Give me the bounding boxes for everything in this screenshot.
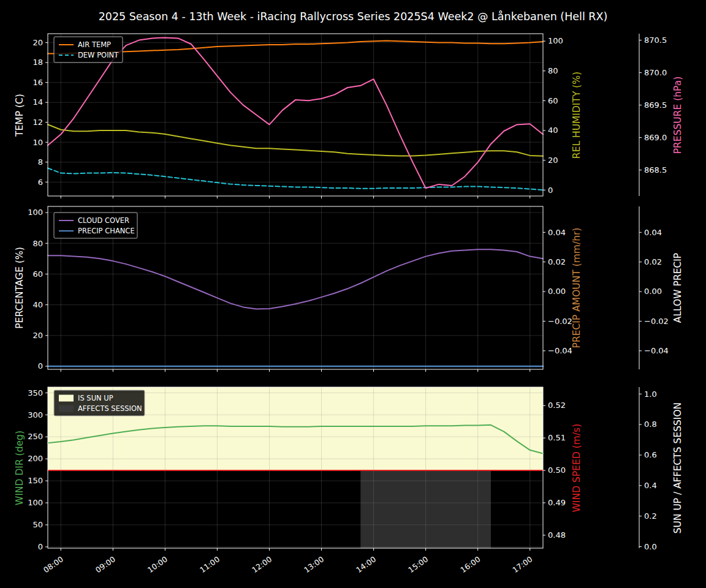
- tick-label: 0.51: [548, 433, 566, 442]
- tick-label: 12: [32, 118, 43, 127]
- legend: AIR TEMPDEW POINT: [54, 37, 123, 62]
- chart-canvas: 68101214161820020406080100868.5869.0869.…: [0, 0, 706, 588]
- x-tick-label: 10:00: [146, 554, 169, 575]
- tick-label: 100: [28, 208, 43, 217]
- tick-label: 0.2: [644, 511, 657, 521]
- x-tick-label: 13:00: [302, 554, 325, 575]
- tick-label: 0.02: [644, 257, 662, 266]
- tick-label: 0.49: [548, 498, 566, 507]
- legend-label-cloud-cover: CLOUD COVER: [78, 216, 129, 225]
- tick-label: 870.5: [644, 36, 667, 45]
- tick-label: 100: [548, 36, 563, 45]
- tick-label: 150: [28, 476, 43, 485]
- legend-label-dew-point: DEW POINT: [78, 51, 119, 59]
- tick-label: 300: [28, 410, 43, 420]
- tick-label: 100: [28, 498, 43, 507]
- x-tick-label: 12:00: [250, 554, 273, 575]
- x-tick-label: 09:00: [94, 554, 117, 575]
- tick-label: 0.4: [644, 481, 657, 490]
- tick-label: 10: [32, 138, 43, 147]
- tick-label: 250: [28, 432, 43, 441]
- axis-label-pressure-hpa: PRESSURE (hPa): [672, 76, 683, 154]
- tick-label: 0.6: [644, 450, 657, 459]
- tick-label: 80: [548, 66, 558, 75]
- tick-label: 0.04: [644, 228, 662, 237]
- series-rel-humidity: [48, 124, 543, 156]
- tick-label: 60: [32, 270, 43, 279]
- x-tick-label: 08:00: [42, 554, 65, 575]
- axis-label-wind-dir-deg: WIND DIR (deg): [14, 431, 25, 505]
- legend-label-precip-chance: PRECIP CHANCE: [78, 227, 135, 235]
- tick-label: 0.04: [548, 228, 566, 237]
- tick-label: 0.0: [644, 542, 657, 551]
- tick-label: −0.02: [644, 317, 669, 326]
- tick-label: 16: [32, 78, 43, 87]
- tick-label: −0.04: [548, 346, 572, 355]
- axis-label-wind-speed-m-s: WIND SPEED (m/s): [571, 423, 582, 511]
- tick-label: 60: [548, 96, 558, 105]
- tick-label: 0.02: [548, 257, 566, 266]
- legend-swatch-affects-session: [59, 405, 74, 412]
- tick-label: 200: [28, 454, 43, 463]
- tick-label: 869.0: [644, 133, 667, 142]
- tick-label: 870.0: [644, 68, 667, 77]
- x-tick-label: 16:00: [458, 554, 482, 575]
- x-tick-label: 17:00: [511, 554, 534, 575]
- tick-label: 0.8: [644, 420, 657, 429]
- axis-label-sun-up-affects-session: SUN UP / AFFECTS SESSION: [672, 402, 683, 533]
- tick-label: 0.48: [548, 530, 566, 540]
- legend: CLOUD COVERPRECIP CHANCE: [54, 213, 137, 238]
- panel-wind-sun: 0501001502002503003500.480.490.500.510.5…: [28, 387, 657, 575]
- axis-label-allow-precip: ALLOW PRECIP: [672, 253, 683, 323]
- axis-label-temp-c: TEMP (C): [14, 94, 25, 137]
- legend: IS SUN UPAFFECTS SESSION: [54, 390, 145, 416]
- x-tick-label: 11:00: [198, 554, 221, 575]
- tick-label: 8: [38, 157, 43, 167]
- tick-label: 0.52: [548, 401, 566, 410]
- axis-label-rel-humidity: REL HUMIDITY (%): [571, 71, 582, 158]
- legend-label-air-temp: AIR TEMP: [78, 40, 111, 49]
- tick-label: 0.00: [644, 287, 662, 296]
- tick-label: 50: [32, 520, 43, 529]
- tick-label: −0.02: [548, 317, 572, 326]
- tick-label: 40: [32, 300, 43, 309]
- weather-forecast-chart: 2025 Season 4 - 13th Week - iRacing Rall…: [0, 0, 706, 588]
- legend-label-is-sun-up: IS SUN UP: [78, 394, 113, 402]
- legend-label-affects-session: AFFECTS SESSION: [78, 404, 142, 413]
- tick-label: 20: [548, 156, 558, 165]
- tick-label: 6: [38, 178, 43, 187]
- tick-label: 0.00: [548, 287, 566, 296]
- tick-label: 20: [32, 38, 43, 47]
- series-cloud-cover: [48, 249, 543, 309]
- tick-label: 0: [38, 361, 43, 371]
- x-tick-label: 14:00: [354, 554, 378, 575]
- tick-label: 14: [32, 97, 43, 107]
- tick-label: 1.0: [644, 390, 657, 399]
- axis-label-precip-amount-mm-hr: PRECIP AMOUNT (mm/hr): [571, 228, 582, 349]
- x-tick-label: 15:00: [406, 554, 430, 575]
- tick-label: −0.04: [644, 346, 669, 355]
- tick-label: 869.5: [644, 100, 667, 110]
- tick-label: 0: [548, 186, 553, 195]
- tick-label: 18: [32, 58, 43, 67]
- legend-swatch-is-sun-up: [59, 395, 74, 402]
- tick-label: 868.5: [644, 165, 667, 175]
- tick-label: 0: [38, 542, 43, 551]
- tick-label: 80: [32, 239, 43, 248]
- axis-label-percentage: PERCENTAGE (%): [14, 247, 25, 329]
- tick-label: 350: [28, 388, 43, 398]
- tick-label: 40: [548, 126, 558, 135]
- tick-label: 0.50: [548, 466, 566, 475]
- tick-label: 20: [32, 331, 43, 340]
